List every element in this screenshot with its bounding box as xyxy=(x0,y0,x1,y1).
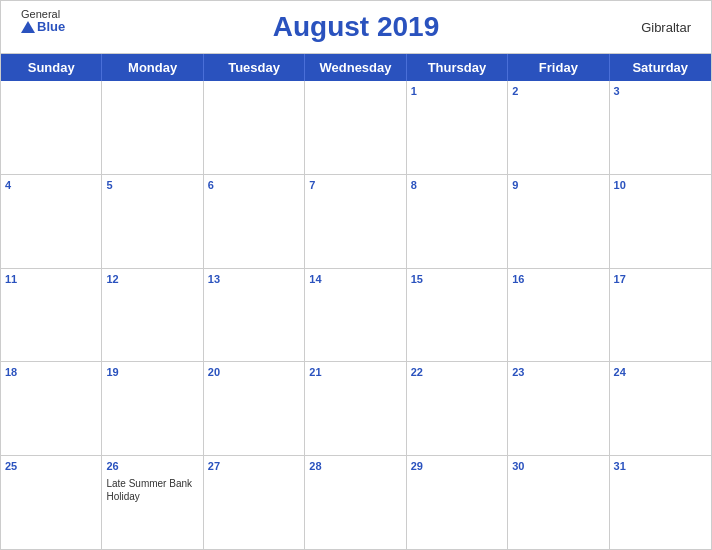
logo-blue-text: Blue xyxy=(21,20,65,33)
day-headers: SundayMondayTuesdayWednesdayThursdayFrid… xyxy=(1,54,711,81)
day-header-friday: Friday xyxy=(508,54,609,81)
calendar-grid: SundayMondayTuesdayWednesdayThursdayFrid… xyxy=(1,53,711,549)
day-cell: 16 xyxy=(508,269,609,362)
day-cell: 8 xyxy=(407,175,508,268)
day-number: 6 xyxy=(208,178,300,193)
day-cell: 23 xyxy=(508,362,609,455)
day-number: 21 xyxy=(309,365,401,380)
day-cell: 6 xyxy=(204,175,305,268)
day-number: 24 xyxy=(614,365,707,380)
day-cell xyxy=(102,81,203,174)
day-number: 23 xyxy=(512,365,604,380)
day-cell: 15 xyxy=(407,269,508,362)
logo: General Blue xyxy=(21,9,65,33)
calendar-title: August 2019 xyxy=(273,11,440,43)
week-row-3: 18192021222324 xyxy=(1,362,711,456)
day-number: 12 xyxy=(106,272,198,287)
day-number: 7 xyxy=(309,178,401,193)
day-number: 18 xyxy=(5,365,97,380)
day-number: 13 xyxy=(208,272,300,287)
day-cell: 9 xyxy=(508,175,609,268)
day-number: 31 xyxy=(614,459,707,474)
day-number: 3 xyxy=(614,84,707,99)
day-cell: 31 xyxy=(610,456,711,549)
day-number: 22 xyxy=(411,365,503,380)
day-header-wednesday: Wednesday xyxy=(305,54,406,81)
day-cell: 4 xyxy=(1,175,102,268)
day-cell: 29 xyxy=(407,456,508,549)
day-header-thursday: Thursday xyxy=(407,54,508,81)
week-row-0: 123 xyxy=(1,81,711,175)
day-cell xyxy=(204,81,305,174)
day-cell: 2 xyxy=(508,81,609,174)
day-cell: 10 xyxy=(610,175,711,268)
day-number: 26 xyxy=(106,459,198,474)
day-number: 28 xyxy=(309,459,401,474)
day-number: 1 xyxy=(411,84,503,99)
day-cell: 13 xyxy=(204,269,305,362)
day-cell: 5 xyxy=(102,175,203,268)
day-number: 30 xyxy=(512,459,604,474)
calendar-header: General Blue August 2019 Gibraltar xyxy=(1,1,711,53)
day-number: 27 xyxy=(208,459,300,474)
day-cell: 14 xyxy=(305,269,406,362)
day-header-tuesday: Tuesday xyxy=(204,54,305,81)
day-number: 8 xyxy=(411,178,503,193)
day-number: 14 xyxy=(309,272,401,287)
day-cell: 21 xyxy=(305,362,406,455)
day-cell: 30 xyxy=(508,456,609,549)
day-header-saturday: Saturday xyxy=(610,54,711,81)
day-cell: 19 xyxy=(102,362,203,455)
day-number: 4 xyxy=(5,178,97,193)
day-cell: 17 xyxy=(610,269,711,362)
week-row-2: 11121314151617 xyxy=(1,269,711,363)
week-row-4: 2526Late Summer Bank Holiday2728293031 xyxy=(1,456,711,549)
day-number: 10 xyxy=(614,178,707,193)
day-number: 17 xyxy=(614,272,707,287)
calendar: General Blue August 2019 Gibraltar Sunda… xyxy=(0,0,712,550)
region-label: Gibraltar xyxy=(641,20,691,35)
day-cell xyxy=(305,81,406,174)
day-number: 11 xyxy=(5,272,97,287)
logo-triangle-icon xyxy=(21,21,35,33)
day-cell: 1 xyxy=(407,81,508,174)
week-row-1: 45678910 xyxy=(1,175,711,269)
day-header-monday: Monday xyxy=(102,54,203,81)
day-cell: 18 xyxy=(1,362,102,455)
day-header-sunday: Sunday xyxy=(1,54,102,81)
day-number: 19 xyxy=(106,365,198,380)
day-number: 9 xyxy=(512,178,604,193)
day-number: 16 xyxy=(512,272,604,287)
day-cell: 24 xyxy=(610,362,711,455)
day-cell: 7 xyxy=(305,175,406,268)
day-cell: 22 xyxy=(407,362,508,455)
day-cell: 12 xyxy=(102,269,203,362)
day-cell: 26Late Summer Bank Holiday xyxy=(102,456,203,549)
day-cell: 11 xyxy=(1,269,102,362)
weeks-container: 1234567891011121314151617181920212223242… xyxy=(1,81,711,549)
day-cell xyxy=(1,81,102,174)
day-number: 2 xyxy=(512,84,604,99)
day-cell: 27 xyxy=(204,456,305,549)
day-number: 15 xyxy=(411,272,503,287)
day-number: 5 xyxy=(106,178,198,193)
day-cell: 28 xyxy=(305,456,406,549)
day-cell: 3 xyxy=(610,81,711,174)
day-number: 20 xyxy=(208,365,300,380)
day-event: Late Summer Bank Holiday xyxy=(106,477,198,503)
day-number: 25 xyxy=(5,459,97,474)
day-cell: 25 xyxy=(1,456,102,549)
day-number: 29 xyxy=(411,459,503,474)
day-cell: 20 xyxy=(204,362,305,455)
